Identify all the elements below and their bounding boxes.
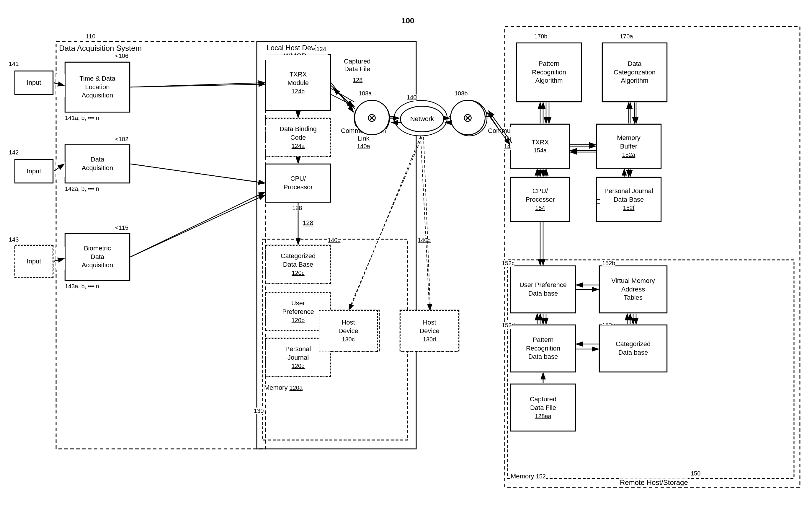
svg-line-49 bbox=[350, 136, 421, 310]
personal-journal-db-box: Personal JournalData Base152f bbox=[596, 177, 661, 222]
svg-line-50 bbox=[421, 136, 429, 310]
pattern-recognition-db-box: PatternRecognitionData base bbox=[511, 325, 576, 372]
time-data-acquisition-box: Time & DataLocationAcquisition bbox=[65, 62, 130, 112]
cpu-processor-remote-box: CPU/Processor154 bbox=[511, 177, 570, 222]
input-141-box: Input bbox=[15, 71, 53, 94]
svg-line-81 bbox=[130, 164, 265, 183]
network-node-108b: ⊗ bbox=[450, 100, 485, 135]
diagram: ⊗ ⊗ bbox=[0, 0, 812, 510]
input-142-box: Input bbox=[15, 160, 53, 183]
cpu-processor-local-box: CPU/Processor bbox=[266, 164, 331, 202]
ref-130: 130 bbox=[254, 407, 264, 414]
svg-line-80 bbox=[130, 84, 265, 87]
captured-data-file-label: CapturedData File bbox=[344, 58, 371, 73]
captured-data-file-remote-box: CapturedData File128aa bbox=[511, 384, 576, 431]
memory-buffer-box: MemoryBuffer152a bbox=[596, 124, 661, 168]
data-categorization-algo-box: DataCategorizationAlgorithm bbox=[602, 43, 667, 102]
host-device-130d-box: HostDevice130d bbox=[400, 310, 459, 351]
remote-host-storage-label: Remote Host/Storage bbox=[620, 478, 688, 487]
ref-141: 141 bbox=[9, 60, 19, 67]
main-ref-number: 100 bbox=[401, 16, 414, 25]
ref-140c: 140c bbox=[328, 236, 340, 244]
svg-line-87 bbox=[331, 86, 353, 107]
svg-line-95 bbox=[349, 137, 422, 310]
ref-108b: 108b bbox=[455, 90, 468, 97]
biometric-acquisition-box: BiometricDataAcquisition bbox=[65, 233, 130, 281]
svg-text:128: 128 bbox=[303, 219, 313, 227]
input-143-box: Input bbox=[15, 245, 53, 278]
pattern-recognition-algo-box: PatternRecognitionAlgorithm bbox=[516, 43, 581, 102]
ref-142: 142 bbox=[9, 149, 19, 156]
ref-142a: 142a, b, ••• n bbox=[65, 186, 99, 192]
data-acquisition-system-label: Data Acquisition System bbox=[59, 44, 142, 53]
network-node-108a: ⊗ bbox=[354, 100, 390, 135]
memory-local-label: Memory 120a bbox=[264, 384, 303, 392]
ref-128-link: 128 bbox=[353, 76, 362, 84]
ref-124: <124 bbox=[313, 46, 326, 53]
svg-line-96 bbox=[424, 137, 430, 310]
ref-128-local: 128 bbox=[292, 205, 302, 211]
ref-106: <106 bbox=[115, 53, 128, 59]
user-preference-remote-box: User PreferenceData base bbox=[511, 266, 576, 313]
ref-143a: 143a, b, ••• n bbox=[65, 283, 99, 290]
svg-line-40 bbox=[130, 195, 265, 257]
ref-143: 143 bbox=[9, 236, 19, 243]
svg-line-39 bbox=[130, 164, 265, 183]
data-binding-code-box: Data BindingCode124a bbox=[266, 118, 331, 157]
txrx-module-box: TXRXModule124b bbox=[266, 55, 331, 111]
ref-140d: 140d bbox=[418, 236, 431, 244]
ref-170a: 170a bbox=[620, 33, 633, 40]
categorized-db-remote-box: CategorizedData base bbox=[599, 325, 667, 372]
svg-line-73 bbox=[331, 94, 354, 106]
svg-line-70 bbox=[331, 89, 354, 102]
data-acquisition-box: DataAcquisition bbox=[65, 145, 130, 183]
ref-110: 110 bbox=[86, 32, 95, 40]
ref-150: 150 bbox=[691, 470, 700, 477]
categorized-db-local-box: CategorizedData Base120c bbox=[266, 245, 331, 283]
host-device-130c-box: HostDevice130c bbox=[319, 310, 378, 351]
ref-140: 140 bbox=[407, 94, 417, 101]
ref-115: <115 bbox=[115, 224, 128, 231]
memory-remote-label: Memory 152 bbox=[511, 473, 546, 480]
svg-line-88 bbox=[334, 89, 355, 109]
svg-line-38 bbox=[130, 83, 265, 87]
network-node-center: Network bbox=[400, 106, 444, 132]
ref-102: <102 bbox=[115, 136, 128, 143]
svg-line-82 bbox=[130, 192, 265, 257]
ref-170b: 170b bbox=[534, 33, 547, 40]
ref-108a: 108a bbox=[359, 90, 372, 97]
ref-141a: 141a, b, ••• n bbox=[65, 115, 99, 121]
txrx-remote-box: TXRX154a bbox=[511, 124, 570, 168]
virtual-memory-box: Virtual MemoryAddressTables bbox=[599, 266, 667, 313]
svg-line-44 bbox=[331, 83, 354, 112]
